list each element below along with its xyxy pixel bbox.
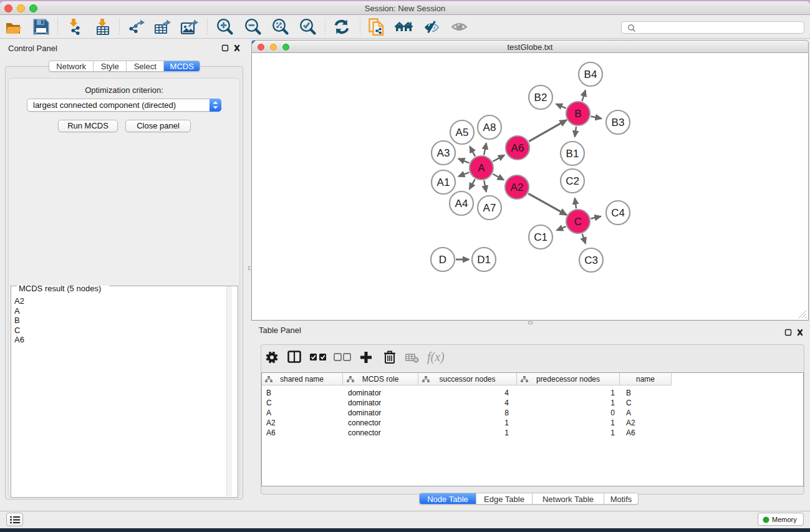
svg-text:C3: C3 [584, 254, 598, 266]
svg-text:B4: B4 [584, 69, 597, 80]
svg-text:A5: A5 [456, 127, 469, 138]
svg-text:B3: B3 [612, 117, 625, 128]
svg-text:A7: A7 [483, 202, 496, 214]
svg-text:B1: B1 [566, 148, 579, 160]
svg-text:B2: B2 [534, 92, 547, 104]
svg-text:A2: A2 [511, 181, 524, 193]
svg-text:A: A [478, 162, 485, 174]
svg-text:A4: A4 [455, 198, 468, 210]
svg-text:C1: C1 [534, 231, 547, 243]
svg-text:D1: D1 [477, 254, 491, 266]
svg-text:A3: A3 [437, 147, 450, 159]
svg-text:A6: A6 [511, 142, 524, 154]
svg-text:C2: C2 [566, 175, 579, 187]
svg-text:C4: C4 [611, 207, 625, 219]
svg-text:D: D [439, 254, 446, 266]
svg-text:C: C [574, 216, 582, 228]
svg-text:A1: A1 [437, 177, 450, 188]
svg-text:A8: A8 [483, 122, 496, 133]
svg-text:B: B [574, 108, 581, 120]
